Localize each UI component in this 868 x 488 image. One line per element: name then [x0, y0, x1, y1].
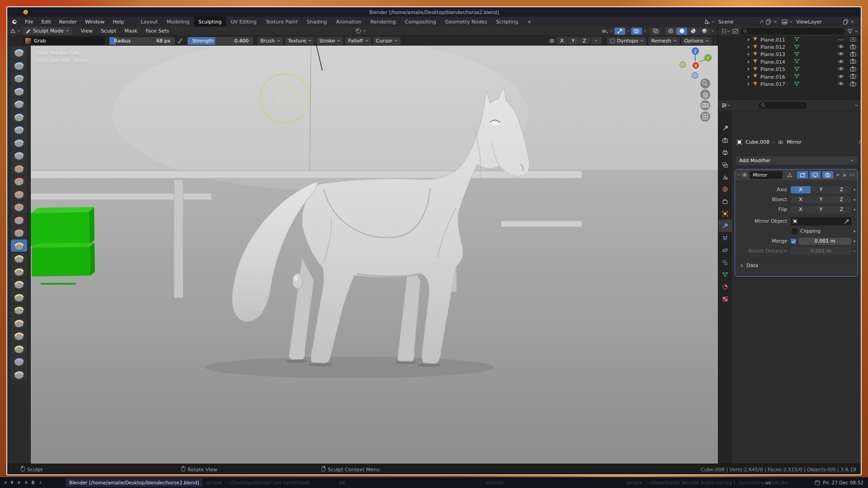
- tab-uv-editing[interactable]: UV Editing: [226, 17, 261, 27]
- hide-viewport-icon[interactable]: [838, 52, 844, 57]
- mode-dropdown[interactable]: Sculpt Mode: [23, 27, 72, 35]
- display-edit-mode-toggle[interactable]: [797, 171, 808, 178]
- tab-view-layer[interactable]: [718, 159, 732, 171]
- brush-clay-strips[interactable]: [11, 85, 27, 97]
- modifier-name-field[interactable]: Mirror: [750, 171, 783, 179]
- tab-texture[interactable]: [718, 293, 732, 305]
- falloff-dropdown[interactable]: Falloff: [345, 37, 371, 45]
- hide-viewport-icon[interactable]: [838, 59, 844, 65]
- tab-particles[interactable]: [718, 232, 732, 244]
- tab-scripting[interactable]: Scripting: [491, 17, 523, 27]
- disable-render-icon[interactable]: [850, 66, 856, 73]
- brush-multi-plane-scrape[interactable]: [11, 214, 27, 226]
- radius-slider[interactable]: Radius 68 px: [109, 37, 175, 45]
- animate-dot[interactable]: [851, 209, 858, 211]
- brush-boundary[interactable]: [11, 343, 27, 355]
- properties-search-input[interactable]: [759, 102, 807, 109]
- taskbar-window[interactable]: 46: [339, 477, 345, 488]
- shading-rendered-button[interactable]: [699, 28, 710, 35]
- disclosure-icon[interactable]: [747, 81, 750, 87]
- hide-viewport-icon-off[interactable]: [838, 37, 844, 43]
- outliner-row[interactable]: Plane.013: [718, 51, 861, 58]
- disclosure-icon[interactable]: [747, 37, 750, 43]
- editor-type-3dview-button[interactable]: [7, 28, 23, 34]
- remesh-dropdown[interactable]: Remesh: [648, 37, 679, 45]
- animate-dot[interactable]: [851, 199, 858, 201]
- brush-cloth[interactable]: [11, 356, 27, 368]
- keyboard-layout-indicator[interactable]: us: [765, 477, 771, 488]
- green-strip[interactable]: [41, 283, 76, 285]
- new-layer-icon[interactable]: [843, 19, 849, 24]
- hide-viewport-icon[interactable]: [838, 44, 844, 50]
- brush-blob[interactable]: [11, 136, 27, 149]
- tab-shading[interactable]: Shading: [302, 17, 332, 27]
- data-section-header[interactable]: Data: [735, 260, 858, 271]
- add-modifier-button[interactable]: Add Modifier: [736, 156, 857, 165]
- dyntopo-dropdown[interactable]: Dyntopo: [607, 37, 646, 45]
- object-name[interactable]: Plane.011: [760, 37, 785, 43]
- brush-fill[interactable]: [11, 188, 27, 200]
- brush-pose[interactable]: [11, 291, 27, 303]
- clipping-checkbox[interactable]: [792, 229, 797, 234]
- hanging-object[interactable]: [292, 273, 302, 289]
- animate-dot[interactable]: [851, 189, 858, 191]
- tab-output[interactable]: [718, 146, 732, 159]
- tab-geometry-nodes[interactable]: Geometry Nodes: [440, 17, 491, 27]
- animate-dot[interactable]: [851, 230, 858, 232]
- tab-animation[interactable]: Animation: [331, 17, 366, 27]
- mirror-object-field[interactable]: [791, 217, 852, 225]
- tab-tool[interactable]: [718, 122, 732, 134]
- brush-rotate[interactable]: [11, 317, 27, 329]
- zoom-button[interactable]: [700, 79, 710, 89]
- tab-physics[interactable]: [718, 244, 732, 256]
- strength-slider[interactable]: Strength 0.400: [188, 37, 253, 45]
- disable-render-icon[interactable]: [850, 52, 856, 58]
- object-name[interactable]: Plane.013: [760, 52, 785, 57]
- merge-checkbox[interactable]: [791, 239, 796, 244]
- disable-render-icon[interactable]: [850, 44, 856, 51]
- outliner-row[interactable]: Plane.014: [718, 58, 861, 66]
- object-name[interactable]: Plane.016: [760, 74, 785, 80]
- disclosure-icon[interactable]: [747, 52, 750, 57]
- taskbar-launcher-icons[interactable]: [5, 477, 50, 488]
- disable-render-icon[interactable]: [850, 59, 856, 65]
- tab-compositing[interactable]: Compositing: [401, 17, 441, 27]
- editor-type-outliner-button[interactable]: [721, 28, 730, 34]
- window-titlebar[interactable]: Blender [/home/amalie/Desktop/blender/ho…: [7, 7, 861, 17]
- brush-clay[interactable]: [11, 72, 27, 84]
- display-render-toggle[interactable]: [822, 171, 833, 178]
- brush-nudge[interactable]: [11, 304, 27, 316]
- show-objects-icon[interactable]: [601, 28, 609, 34]
- brush-draw[interactable]: [11, 47, 27, 59]
- gizmo-axis-neg-y[interactable]: [680, 62, 686, 68]
- brush-clay-thumb[interactable]: [11, 98, 27, 110]
- brush-layer[interactable]: [11, 111, 27, 123]
- viewport-menu-face-sets[interactable]: Face Sets: [142, 28, 173, 34]
- brush-selector[interactable]: Grab: [24, 37, 105, 45]
- disable-render-icon[interactable]: [850, 81, 856, 88]
- shading-material-button[interactable]: [688, 28, 698, 35]
- disclosure-icon[interactable]: [747, 74, 750, 80]
- outliner-display-mode-button[interactable]: [732, 28, 738, 34]
- chevron-down-icon[interactable]: [711, 30, 714, 32]
- filter-icon[interactable]: [847, 29, 853, 34]
- overlays-toggle[interactable]: [631, 28, 642, 35]
- menu-help[interactable]: Help: [108, 19, 128, 25]
- chevron-down-icon[interactable]: [610, 30, 613, 32]
- bisect-y-toggle[interactable]: Y: [811, 196, 831, 203]
- tab-texture-paint[interactable]: Texture Paint: [261, 17, 302, 27]
- collapse-chevron-icon[interactable]: [737, 174, 740, 176]
- object-name[interactable]: Plane.014: [760, 59, 785, 65]
- bisect-x-toggle[interactable]: X: [791, 196, 811, 203]
- brush-draw-sharp[interactable]: [11, 59, 27, 71]
- drag-handle-icon[interactable]: [849, 173, 855, 177]
- outliner-row[interactable]: Plane.017: [718, 80, 861, 88]
- brush-pinch[interactable]: [11, 227, 27, 239]
- close-layer-icon[interactable]: [850, 20, 854, 24]
- brush-scrape[interactable]: [11, 201, 27, 213]
- brush-mask[interactable]: [11, 368, 27, 380]
- new-scene-icon[interactable]: [766, 19, 771, 24]
- editor-type-properties-button[interactable]: [721, 103, 731, 108]
- tab-data[interactable]: [718, 268, 732, 281]
- brush-crease[interactable]: [11, 150, 27, 162]
